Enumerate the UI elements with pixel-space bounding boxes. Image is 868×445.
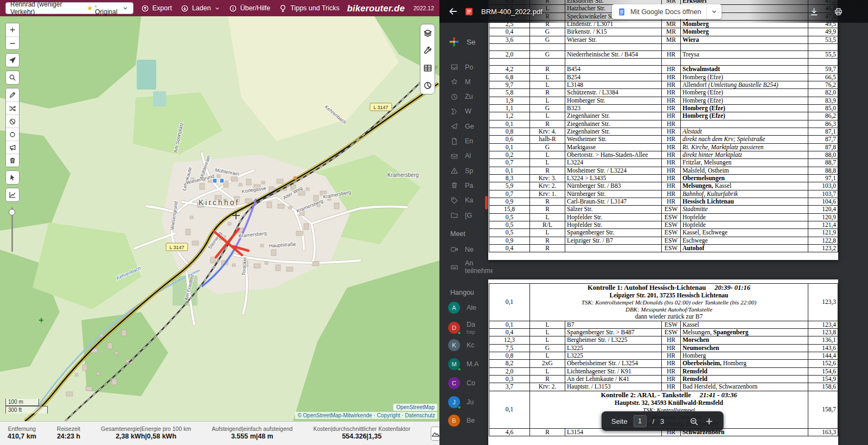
contact-row[interactable]: KKc [448,339,475,351]
cell-destination: Ri. Kirche, Marktplatz passieren [681,143,808,151]
contact-row[interactable]: DDahttp [448,321,475,335]
sidebar-item-6[interactable]: Al [450,152,471,160]
meet-item-1[interactable]: Anteilnehmen [450,259,493,275]
cell-total-km: 158,7 [808,391,838,428]
cell-total-km: 154,6 [808,367,838,375]
gmail-sidebar: SePoMZuWGeEnAlSpPaKa[GMeetNeAnteilnehmen… [439,0,493,445]
analyze-button[interactable] [6,188,19,201]
contact-row[interactable]: MM.A [448,358,478,370]
meet-item-0[interactable]: Ne [450,245,474,253]
open-with-docs-label: Mit Google Docs öffnen [630,8,701,16]
cell-region: HR [662,112,681,120]
cell-region: HR [662,136,681,143]
tips-button[interactable]: Tipps und Tricks [279,4,340,12]
zoom-out-button[interactable] [6,36,19,49]
download-button[interactable] [809,7,819,16]
contact-row[interactable]: CCo [448,377,475,389]
table-row: 0,8LL3225HRHomberg144,4 [489,352,838,360]
cell-km: 1,9 [489,97,530,104]
zoom-in-button[interactable] [6,23,19,36]
cell-direction: R [530,198,565,205]
hangouts-header: Hangou [450,289,474,296]
spacer-row [489,43,838,50]
draw-route-button[interactable] [6,88,19,101]
layers-button[interactable] [422,28,433,39]
cell-direction: G [530,50,565,58]
page-input[interactable]: 1 [633,415,646,427]
back-button[interactable] [448,7,458,16]
doc-icon [450,137,458,145]
cell-km: 0,8 [489,128,530,135]
cell-direction: R [530,167,565,174]
zoom-in-icon[interactable] [704,417,713,426]
table-row: 15,8RSälzer Str.ESWStadtmitte120,4 [489,206,838,213]
delete-route-button[interactable] [6,154,19,167]
attribution-line[interactable]: © OpenStreetMap-Mitwirkende · Copyright … [295,412,437,419]
statistics-button[interactable] [422,80,433,91]
cell-region: HR [662,198,681,205]
cell-destination: Kassel [681,321,808,328]
search-button[interactable] [6,71,19,84]
map-canvas[interactable]: L 3147L 3147 MühlenrainMühlenrainAm Spor… [0,16,439,421]
control-title: Kontrolle 2: ARAL - Tankstelle [601,391,691,399]
sidebar-item-0[interactable]: Po [450,63,473,71]
contact-row[interactable]: BBe [448,415,475,427]
cell-total-km: 49,9 [808,28,838,36]
sidebar-item-label: Ge [465,123,474,130]
sidebar-item-1[interactable]: M [450,78,470,86]
route-waypoint-marker[interactable] [213,179,217,183]
alternatives-button[interactable] [6,101,19,115]
nogo-area-button[interactable] [6,115,19,128]
layer-opacity-slider[interactable] [9,207,15,252]
presence-dot [457,331,461,335]
data-table-button[interactable] [422,62,433,73]
circle-tool-button[interactable] [6,128,19,141]
sidebar-item-7[interactable]: Sp [450,167,473,175]
route-waypoint-marker[interactable] [220,179,224,183]
feedback-button[interactable] [6,141,19,154]
print-button[interactable] [834,7,843,16]
cell-destination: Hessisch Lichtenau [681,198,808,205]
help-button[interactable]: Über/Hilfe [229,4,271,12]
sidebar-item-10[interactable]: [G [450,211,472,219]
export-button[interactable]: Export [141,4,172,12]
cell-direction: halb-R [530,136,565,143]
folder-icon [450,211,458,219]
cell-region: HR [662,352,681,360]
table-row: 12,3LBergheimer Str. / L3225HRMorschen13… [489,336,838,344]
sidebar-item-5[interactable]: En [450,137,473,145]
open-with-docs-button[interactable]: Mit Google Docs öffnen [612,4,722,19]
slider-knob[interactable] [9,209,15,215]
osm-style-link[interactable]: OpenStreetMap [393,404,437,411]
select-button[interactable] [6,171,19,184]
cell-km: 5,9 [489,182,530,190]
sidebar-item-8[interactable]: Pa [450,181,473,189]
contact-name: Ale [467,304,476,312]
cell-km: 7,5 [489,344,530,352]
cell-region: HR [662,383,681,391]
cell-region: ESW [662,329,681,336]
compose-button[interactable]: Se [448,36,476,48]
chart-icon [9,191,16,199]
contact-row[interactable]: JJu [448,396,474,408]
settings-button[interactable] [422,45,433,56]
cell-street: Carl-Braun-Str. / L3147 [565,198,662,205]
laden-button[interactable]: Laden [181,4,220,12]
sidebar-item-3[interactable]: W [450,107,471,116]
sidebar-item-2[interactable]: Zu [450,93,473,101]
cell-direction: R [530,237,565,244]
cell-km: 0,7 [489,190,530,198]
trash-icon [450,181,458,189]
table-row: 3,7Krv: 2.Hauptstr. / L3153HRBad Hersfel… [489,383,838,391]
sidebar-item-4[interactable]: Ge [450,122,474,130]
cell-street: Ziegenhainer Str. [565,128,662,135]
chevron-down-icon[interactable] [706,4,722,19]
zoom-out-icon[interactable] [689,417,698,426]
contact-row[interactable]: AAle [448,302,476,314]
sidebar-item-9[interactable]: Ka [450,196,473,205]
control-block-row: 0,1Kontrolle 1: Autohof Hessisch-Lichten… [489,284,838,321]
locate-button[interactable] [6,54,19,67]
cell-destination: Obermelsungen [681,174,808,182]
profile-select[interactable]: Rennrad (weniger Verkehr) ★ , Original [5,2,133,14]
cell-total-km: 123,3 [808,284,838,321]
